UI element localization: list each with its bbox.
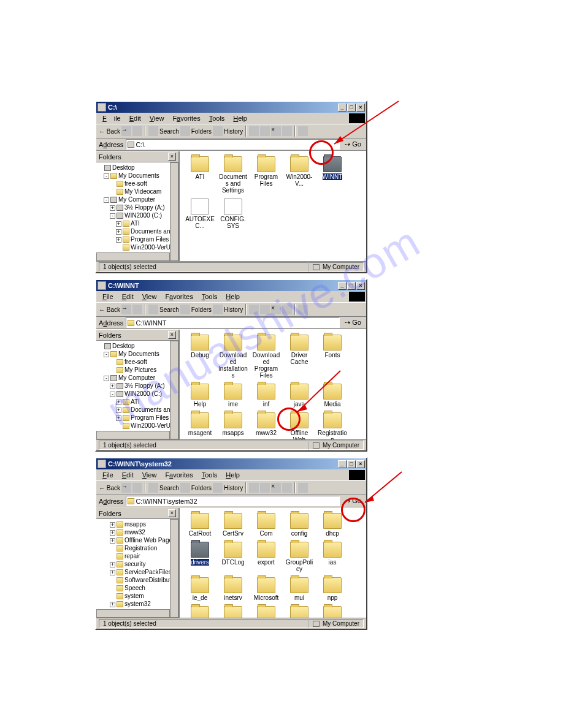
menu-favorites[interactable]: Favorites xyxy=(161,471,196,479)
expand-icon[interactable]: + xyxy=(110,562,115,567)
go-button[interactable]: ⇢ Go xyxy=(342,140,364,148)
expand-icon[interactable]: + xyxy=(116,221,121,227)
file-item[interactable]: ias xyxy=(317,542,348,572)
expand-icon[interactable]: + xyxy=(116,400,121,405)
menu-view[interactable]: View xyxy=(139,471,161,479)
content-pane[interactable]: CatRootCertSrvComconfigdhcpdriversDTCLog… xyxy=(180,508,366,618)
forward-button[interactable]: → xyxy=(121,483,131,493)
undo-icon[interactable] xyxy=(282,305,292,314)
folders-button[interactable]: Folders xyxy=(191,128,212,135)
menu-help[interactable]: Help xyxy=(222,471,243,479)
file-item[interactable]: rocket xyxy=(284,606,315,618)
tree-node[interactable]: Desktop xyxy=(98,164,177,172)
tree-node[interactable]: +msapps xyxy=(98,520,177,528)
moveto-icon[interactable] xyxy=(249,126,259,136)
copyto-icon[interactable] xyxy=(260,305,270,314)
menu-favorites[interactable]: Favorites xyxy=(161,293,196,300)
file-item[interactable]: mww32 xyxy=(251,412,282,439)
content-pane[interactable]: DebugDownloaded InstallationsDownloaded … xyxy=(180,330,366,439)
tree-node[interactable]: +Documents and Settin xyxy=(98,406,177,414)
menu-tools[interactable]: Tools xyxy=(198,293,221,300)
folders-button[interactable]: Folders xyxy=(191,485,212,491)
menu-help[interactable]: Help xyxy=(222,293,243,300)
expand-icon[interactable]: + xyxy=(110,384,115,389)
views-icon[interactable] xyxy=(298,305,308,314)
tree-node[interactable]: +ServicePackFiles xyxy=(98,568,177,576)
search-button[interactable]: Search xyxy=(159,306,179,313)
expand-icon[interactable]: + xyxy=(110,522,115,528)
menu-view[interactable]: View xyxy=(139,293,161,300)
tree-node[interactable]: My Videocam xyxy=(98,188,177,195)
file-item[interactable]: Program Files xyxy=(251,156,282,194)
moveto-icon[interactable] xyxy=(249,305,259,314)
close-button[interactable]: × xyxy=(356,104,365,112)
history-button[interactable]: History xyxy=(224,306,243,313)
views-icon[interactable] xyxy=(298,126,308,136)
file-item[interactable]: NtmsData xyxy=(185,606,215,618)
up-button[interactable] xyxy=(132,126,142,136)
menu-file[interactable]: File xyxy=(99,471,117,479)
tree-node[interactable]: +ATI xyxy=(98,398,177,406)
tree-node[interactable]: SoftwareDistributi xyxy=(98,576,177,584)
menu-edit[interactable]: Edit xyxy=(118,471,137,479)
file-item[interactable]: Downloaded Program Files xyxy=(251,335,282,379)
file-item[interactable]: CatRoot xyxy=(185,513,215,537)
file-item[interactable]: rpcproxy xyxy=(317,606,348,618)
file-item[interactable]: Documents and Settings xyxy=(218,156,248,194)
folder-tree[interactable]: +msapps+mww32+Offline Web PageRegistrati… xyxy=(96,519,178,618)
menu-favorites[interactable]: Favorites xyxy=(169,115,204,122)
minimize-button[interactable]: _ xyxy=(338,282,347,290)
tree-node[interactable]: +3½ Floppy (A:) xyxy=(98,382,177,390)
menu-view[interactable]: View xyxy=(146,115,168,122)
content-pane[interactable]: ATIDocuments and SettingsProgram FilesWi… xyxy=(180,151,366,261)
menu-edit[interactable]: Edit xyxy=(126,115,145,122)
folders-close-button[interactable]: × xyxy=(168,509,176,517)
address-combo[interactable]: C:\WINNT\system32 xyxy=(126,496,340,506)
tree-node[interactable]: +mww32 xyxy=(98,528,177,536)
file-item[interactable]: drivers xyxy=(185,542,215,572)
address-combo[interactable]: C:\ xyxy=(126,139,340,150)
address-combo[interactable]: C:\WINNT xyxy=(126,317,340,328)
folders-button[interactable]: Folders xyxy=(191,306,212,313)
scrollbar-vertical[interactable] xyxy=(170,341,178,439)
file-item[interactable]: config xyxy=(284,513,315,537)
file-item[interactable]: ras xyxy=(251,606,282,618)
search-button[interactable]: Search xyxy=(159,485,179,491)
file-item[interactable]: java xyxy=(284,384,315,408)
file-item[interactable]: WINNT xyxy=(317,156,348,194)
tree-node[interactable]: -WIN2000 (C:) xyxy=(98,211,177,219)
titlebar[interactable]: C:\WINNT _ □ × xyxy=(96,280,366,291)
back-button[interactable]: ← Back xyxy=(99,485,120,491)
menu-edit[interactable]: Edit xyxy=(118,293,137,300)
tree-node[interactable]: Desktop xyxy=(98,342,177,350)
expand-icon[interactable]: + xyxy=(116,229,121,235)
up-button[interactable] xyxy=(132,483,142,493)
tree-node[interactable]: -My Computer xyxy=(98,195,177,203)
tree-node[interactable]: Speech xyxy=(98,584,177,592)
tree-node[interactable]: -My Computer xyxy=(98,374,177,382)
tree-node[interactable]: +system32 xyxy=(98,600,177,608)
views-icon[interactable] xyxy=(298,483,308,493)
expand-icon[interactable]: + xyxy=(116,237,121,243)
history-button[interactable]: History xyxy=(224,128,243,135)
file-item[interactable]: os2 xyxy=(218,606,248,618)
file-item[interactable]: DTCLog xyxy=(218,542,248,572)
moveto-icon[interactable] xyxy=(249,483,259,493)
history-button[interactable]: History xyxy=(224,485,243,491)
delete-icon[interactable]: × xyxy=(271,305,281,314)
expand-icon[interactable]: + xyxy=(116,408,121,413)
file-item[interactable]: dhcp xyxy=(317,513,348,537)
tree-node[interactable]: Registration xyxy=(98,544,177,552)
tree-node[interactable]: +3½ Floppy (A:) xyxy=(98,203,177,211)
tree-node[interactable]: -WIN2000 (C:) xyxy=(98,390,177,398)
expand-icon[interactable]: - xyxy=(104,376,109,381)
folder-tree[interactable]: Desktop-My Documentsfree-softMy Pictures… xyxy=(96,341,178,439)
titlebar[interactable]: C:\WINNT\system32 _ □ × xyxy=(96,458,366,469)
search-button[interactable]: Search xyxy=(159,128,179,135)
expand-icon[interactable]: - xyxy=(104,197,109,203)
tree-node[interactable]: -My Documents xyxy=(98,172,177,180)
tree-node[interactable]: +Offline Web Page xyxy=(98,536,177,544)
file-item[interactable]: Debug xyxy=(185,335,215,379)
titlebar[interactable]: C:\ _ □ × xyxy=(96,102,366,113)
file-item[interactable]: Com xyxy=(251,513,282,537)
